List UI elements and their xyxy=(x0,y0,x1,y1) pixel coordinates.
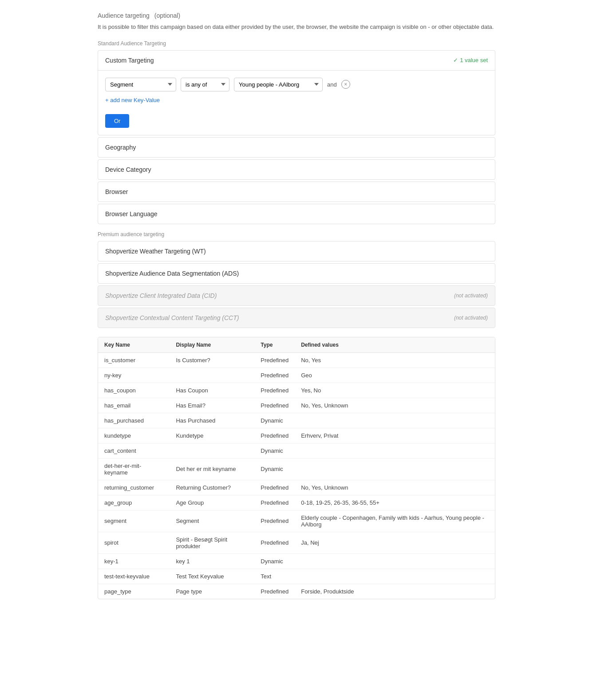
value-select[interactable]: Young people - AAlborg xyxy=(234,78,323,91)
table-cell-key[interactable]: cart_content xyxy=(98,443,170,458)
table-row: key-1key 1Dynamic xyxy=(98,554,495,569)
table-cell-key[interactable]: has_email xyxy=(98,398,170,413)
check-icon: ✓ xyxy=(453,57,458,63)
device-category-label: Device Category xyxy=(105,166,151,173)
table-cell-values: 0-18, 19-25, 26-35, 36-55, 55+ xyxy=(295,495,495,510)
remove-filter-button[interactable]: × xyxy=(341,80,350,89)
table-cell-key[interactable]: segment xyxy=(98,510,170,532)
table-cell-type: Predefined xyxy=(254,480,295,495)
table-cell-values: Yes, No xyxy=(295,383,495,398)
table-row: ny-keyPredefinedGeo xyxy=(98,368,495,383)
and-label: and xyxy=(327,81,337,88)
table-cell-type: Predefined xyxy=(254,428,295,443)
cct-header: Shopvertize Contextual Content Targeting… xyxy=(98,308,495,328)
browser-header[interactable]: Browser xyxy=(98,182,495,202)
table-cell-type: Dynamic xyxy=(254,443,295,458)
table-cell-values: Forside, Produktside xyxy=(295,584,495,599)
table-cell-type: Dynamic xyxy=(254,554,295,569)
table-row: spirotSpirit - Besøgt Spirit produkterPr… xyxy=(98,532,495,554)
table-cell-key[interactable]: kundetype xyxy=(98,428,170,443)
table-cell-key[interactable]: age_group xyxy=(98,495,170,510)
table-cell-values: Geo xyxy=(295,368,495,383)
table-cell-display: Is Customer? xyxy=(170,352,254,368)
table-row: page_typePage typePredefinedForside, Pro… xyxy=(98,584,495,599)
title-optional: (optional) xyxy=(154,12,180,19)
table-cell-key[interactable]: spirot xyxy=(98,532,170,554)
custom-targeting-body: Segment is any of Young people - AAlborg… xyxy=(98,71,495,135)
col-type: Type xyxy=(254,337,295,353)
cct-label: Shopvertize Contextual Content Targeting… xyxy=(105,314,239,321)
segment-select[interactable]: Segment xyxy=(105,78,176,91)
device-category-card: Device Category xyxy=(98,159,495,180)
table-cell-key[interactable]: returning_customer xyxy=(98,480,170,495)
premium-audience-section: Premium audience targeting Shopvertize W… xyxy=(98,231,495,328)
table-row: cart_contentDynamic xyxy=(98,443,495,458)
ads-label: Shopvertize Audience Data Segmentation (… xyxy=(105,270,239,277)
col-display-name: Display Name xyxy=(170,337,254,353)
table-cell-values: No, Yes, Unknown xyxy=(295,398,495,413)
browser-language-card: Browser Language xyxy=(98,204,495,224)
or-button[interactable]: Or xyxy=(105,114,129,128)
table-cell-key[interactable]: has_coupon xyxy=(98,383,170,398)
value-set-badge: ✓ 1 value set xyxy=(453,57,488,63)
custom-targeting-header[interactable]: Custom Targeting ✓ 1 value set xyxy=(98,51,495,71)
table-row: returning_customerReturning Customer?Pre… xyxy=(98,480,495,495)
browser-card: Browser xyxy=(98,182,495,202)
table-cell-key[interactable]: page_type xyxy=(98,584,170,599)
table-cell-key[interactable]: has_purchased xyxy=(98,413,170,428)
col-defined-values: Defined values xyxy=(295,337,495,353)
table-cell-key[interactable]: det-her-er-mit-keyname xyxy=(98,458,170,480)
table-cell-key[interactable]: is_customer xyxy=(98,352,170,368)
table-cell-values xyxy=(295,569,495,584)
table-cell-key[interactable]: key-1 xyxy=(98,554,170,569)
browser-label: Browser xyxy=(105,188,128,195)
table-cell-values xyxy=(295,443,495,458)
weather-targeting-card: Shopvertize Weather Targeting (WT) xyxy=(98,241,495,261)
ads-card: Shopvertize Audience Data Segmentation (… xyxy=(98,263,495,284)
table-cell-values: Ja, Nej xyxy=(295,532,495,554)
add-key-value-link[interactable]: + add new Key-Value xyxy=(105,97,160,103)
page-description: It is possible to filter this campaign b… xyxy=(98,23,495,32)
geography-label: Geography xyxy=(105,144,136,151)
geography-header[interactable]: Geography xyxy=(98,138,495,157)
table-cell-values: No, Yes, Unknown xyxy=(295,480,495,495)
table-cell-display: Det her er mit keyname xyxy=(170,458,254,480)
table-cell-display: Has Purchased xyxy=(170,413,254,428)
table-row: det-her-er-mit-keynameDet her er mit key… xyxy=(98,458,495,480)
operator-select[interactable]: is any of xyxy=(181,78,229,91)
cid-card: Shopvertize Client Integrated Data (CID)… xyxy=(98,285,495,306)
key-value-table: Key Name Display Name Type Defined value… xyxy=(98,337,495,599)
table-cell-display: Has Coupon xyxy=(170,383,254,398)
standard-audience-section: Standard Audience Targeting Custom Targe… xyxy=(98,40,495,224)
table-cell-display: key 1 xyxy=(170,554,254,569)
table-cell-type: Predefined xyxy=(254,532,295,554)
table-row: test-text-keyvalueTest Text KeyvalueText xyxy=(98,569,495,584)
filter-row: Segment is any of Young people - AAlborg… xyxy=(105,78,488,91)
badge-text: 1 value set xyxy=(460,57,488,63)
cid-not-activated: (not activated) xyxy=(454,293,488,299)
table-cell-values xyxy=(295,554,495,569)
table-cell-display xyxy=(170,368,254,383)
table-cell-type: Predefined xyxy=(254,584,295,599)
table-cell-type: Predefined xyxy=(254,352,295,368)
table-cell-type: Predefined xyxy=(254,398,295,413)
table-cell-key[interactable]: test-text-keyvalue xyxy=(98,569,170,584)
ads-header[interactable]: Shopvertize Audience Data Segmentation (… xyxy=(98,264,495,283)
table-cell-display: Has Email? xyxy=(170,398,254,413)
browser-language-header[interactable]: Browser Language xyxy=(98,204,495,224)
device-category-header[interactable]: Device Category xyxy=(98,160,495,179)
table-cell-display: Test Text Keyvalue xyxy=(170,569,254,584)
weather-targeting-label: Shopvertize Weather Targeting (WT) xyxy=(105,248,206,255)
cct-card: Shopvertize Contextual Content Targeting… xyxy=(98,308,495,328)
table-row: is_customerIs Customer?PredefinedNo, Yes xyxy=(98,352,495,368)
table-cell-display: Page type xyxy=(170,584,254,599)
table-cell-values xyxy=(295,413,495,428)
weather-targeting-header[interactable]: Shopvertize Weather Targeting (WT) xyxy=(98,241,495,261)
table-cell-key[interactable]: ny-key xyxy=(98,368,170,383)
table-row: has_emailHas Email?PredefinedNo, Yes, Un… xyxy=(98,398,495,413)
page-title: Audience targeting (optional) xyxy=(98,11,495,20)
table-cell-type: Dynamic xyxy=(254,413,295,428)
table-cell-type: Predefined xyxy=(254,510,295,532)
table-row: segmentSegmentPredefinedElderly couple -… xyxy=(98,510,495,532)
table-cell-display: Age Group xyxy=(170,495,254,510)
